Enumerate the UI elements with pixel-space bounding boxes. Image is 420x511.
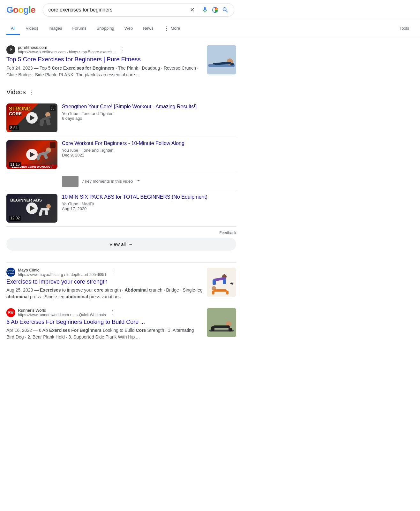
video-thumbnail-2: BEGINNER CORE WORKOUT 11:15 (6, 140, 57, 169)
lens-icon (212, 6, 219, 13)
tab-tools[interactable]: Tools (395, 23, 414, 35)
key-moments-thumbnail (62, 176, 79, 187)
source-row-runners: RW Runner's World https://www.runnerswor… (6, 308, 203, 317)
video-info-3: 10 MIN SIX PACK ABS for TOTAL BEGINNERS … (62, 194, 236, 211)
result-title-mayo[interactable]: Exercises to improve your core strength (6, 278, 203, 286)
result-left: P purefitness.com https://www.purefitnes… (6, 45, 203, 78)
key-moments[interactable]: 7 key moments in this video (6, 173, 236, 188)
result-left-mayo: MAYO CLINIC Mayo Clinic https://www.mayo… (6, 268, 203, 300)
svg-rect-25 (214, 289, 227, 292)
video-duration-1: 8:54 (9, 125, 19, 130)
video-title-1[interactable]: Strengthen Your Core! [Simple Workout - … (62, 103, 236, 110)
video-info-1: Strengthen Your Core! [Simple Workout - … (62, 103, 236, 121)
result-snippet-mayo: Aug 25, 2023 — Exercises to improve your… (6, 287, 203, 300)
tab-all[interactable]: All (6, 23, 20, 35)
svg-rect-33 (211, 326, 214, 331)
svg-rect-17 (39, 210, 43, 216)
tab-forums[interactable]: Forums (68, 23, 91, 35)
svg-rect-9 (39, 119, 44, 126)
play-button-1[interactable] (26, 112, 38, 124)
domain-runners: Runner's World (18, 308, 106, 313)
result-menu-mayo[interactable]: ⋮ (110, 269, 116, 276)
search-icon (222, 6, 229, 13)
videos-menu-button[interactable]: ⋮ (28, 88, 34, 95)
url-mayo: https://www.mayoclinic.org › in-depth › … (18, 272, 106, 277)
result-title-runners[interactable]: 6 Ab Exercises For Beginners Looking to … (6, 318, 203, 326)
key-moments-label: 7 key moments in this video (82, 179, 133, 184)
search-button[interactable] (222, 6, 229, 13)
view-all-label: View all (109, 241, 126, 247)
svg-rect-32 (213, 325, 230, 328)
video-date-2: Dec 9, 2021 (62, 153, 236, 157)
source-row: P purefitness.com https://www.purefitnes… (6, 45, 203, 54)
divider-1 (6, 262, 236, 263)
thumbnail-purefitness (207, 45, 236, 74)
url-purefitness: https://www.purefitness.com › blogs › to… (18, 50, 116, 54)
tab-images[interactable]: Images (44, 23, 67, 35)
video-date-1: 6 days ago (62, 116, 236, 121)
domain-purefitness: purefitness.com (18, 45, 116, 50)
video-thumbnail-3: BEGINNER ABS 12:02 (6, 194, 57, 223)
video-duration-3: 12:02 (9, 216, 21, 221)
result-menu-purefitness[interactable]: ⋮ (119, 46, 125, 53)
favicon-mayo: MAYO CLINIC (6, 268, 15, 277)
favicon-runners: RW (6, 308, 15, 317)
result-menu-runners[interactable]: ⋮ (110, 309, 116, 316)
lens-button[interactable] (212, 6, 219, 13)
result-title-purefitness[interactable]: Top 5 Core Exercises for Beginners | Pur… (6, 56, 203, 64)
svg-rect-29 (207, 308, 236, 337)
search-input[interactable] (48, 7, 190, 13)
clear-button[interactable]: ✕ (190, 6, 195, 13)
video-title-3[interactable]: 10 MIN SIX PACK ABS for TOTAL BEGINNERS … (62, 194, 236, 201)
nav-tabs: All Videos Images Forums Shopping Web Ne… (0, 20, 420, 36)
tab-more[interactable]: ⋮ More (159, 21, 185, 36)
video-info-2: Core Workout For Beginners - 10-Minute F… (62, 140, 236, 158)
search-result-purefitness: P purefitness.com https://www.purefitnes… (6, 45, 236, 78)
svg-rect-27 (226, 291, 229, 294)
video-date-3: Aug 17, 2020 (62, 206, 236, 211)
svg-rect-10 (46, 118, 51, 125)
voice-search-button[interactable] (201, 6, 208, 13)
svg-rect-5 (213, 63, 217, 65)
arrow-right-icon: → (128, 241, 133, 247)
video-channel-2: YouTube · Tone and Tighten (62, 148, 236, 153)
play-button-2[interactable] (26, 149, 38, 160)
svg-rect-22 (213, 280, 216, 285)
search-bar: ✕ (43, 3, 234, 17)
thumbnail-mayo (207, 268, 236, 297)
videos-header: Videos ⋮ (6, 86, 236, 96)
view-all-section: Feedback View all → (6, 227, 236, 257)
video-channel-3: YouTube · MadFit (62, 202, 236, 206)
svg-rect-14 (43, 153, 49, 159)
feedback-label[interactable]: Feedback (219, 231, 236, 235)
videos-title: Videos (6, 88, 26, 96)
result-left-runners: RW Runner's World https://www.runnerswor… (6, 308, 203, 340)
url-runners: https://www.runnersworld.com › ... › Qui… (18, 313, 106, 317)
svg-point-15 (46, 204, 51, 209)
tab-web[interactable]: Web (120, 23, 138, 35)
search-result-runners: RW Runner's World https://www.runnerswor… (6, 308, 236, 340)
result-snippet-runners: Apr 16, 2022 — 6 Ab Exercises For Beginn… (6, 327, 203, 340)
play-button-3[interactable] (26, 202, 38, 214)
video-channel-1: YouTube · Tone and Tighten (62, 111, 236, 116)
source-row-mayo: MAYO CLINIC Mayo Clinic https://www.mayo… (6, 268, 203, 277)
video-title-2[interactable]: Core Workout For Beginners - 10-Minute F… (62, 140, 236, 147)
svg-rect-23 (223, 279, 226, 284)
video-item-2: BEGINNER CORE WORKOUT 11:15 Core Workout… (6, 136, 236, 173)
result-snippet-purefitness: Feb 24, 2023 — Top 5 Core Exercises for … (6, 65, 203, 78)
video-item-3: BEGINNER ABS 12:02 10 MIN SIX PACK ABS f… (6, 190, 236, 227)
view-all-button[interactable]: View all → (6, 238, 236, 251)
svg-rect-6 (230, 63, 234, 65)
videos-section: Videos ⋮ STRONG CORE 8:54 (6, 86, 236, 257)
tab-videos[interactable]: Videos (21, 23, 43, 35)
chevron-down-icon (136, 178, 141, 184)
thumbnail-runners (207, 308, 236, 337)
header: Google ✕ (0, 0, 420, 20)
main-content: P purefitness.com https://www.purefitnes… (0, 36, 243, 353)
google-logo: Google (6, 5, 35, 15)
tab-shopping[interactable]: Shopping (92, 23, 119, 35)
video-thumbnail-1: STRONG CORE 8:54 (6, 103, 57, 132)
mic-icon (201, 6, 208, 13)
expand-icon-1 (51, 107, 54, 110)
tab-news[interactable]: News (139, 23, 158, 35)
